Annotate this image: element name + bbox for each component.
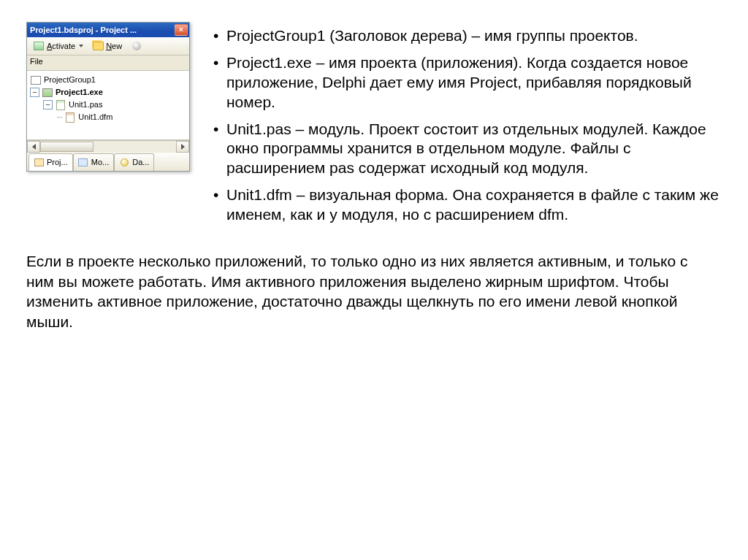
new-button[interactable]: New: [89, 39, 125, 53]
window-title: Project1.bdsproj - Project ...: [30, 26, 175, 34]
collapse-icon[interactable]: –: [30, 88, 39, 97]
triangle-right-icon: [181, 144, 185, 150]
disk-icon: [131, 40, 142, 52]
tree-row-dfm[interactable]: ···· Unit1.dfm: [30, 111, 188, 123]
pas-file-icon: [55, 99, 66, 111]
list-item: Unit1.pas – модуль. Проект состоит из от…: [226, 120, 722, 179]
bullet-list: ProjectGroup1 (Заголовок дерева) – имя г…: [212, 22, 722, 232]
exe-icon: [42, 87, 53, 99]
collapse-icon[interactable]: –: [43, 100, 53, 110]
project-manager-panel: Project1.bdsproj - Project ... × Activat…: [26, 22, 190, 172]
window-titlebar: Project1.bdsproj - Project ... ×: [27, 23, 189, 37]
bottom-tabstrip: Proj... Mo... Da...: [27, 153, 189, 171]
new-folder-icon: [92, 40, 104, 52]
file-column-label: File: [30, 57, 43, 66]
scroll-right-button[interactable]: [176, 141, 189, 153]
project-tree[interactable]: ProjectGroup1 – Project1.exe – Unit1.pas…: [27, 71, 189, 140]
tree-label: Unit1.dfm: [78, 111, 112, 123]
tab-model[interactable]: Mo...: [73, 153, 114, 171]
tree-connector: ····: [56, 111, 62, 123]
tab-label: Proj...: [47, 158, 68, 166]
scroll-thumb[interactable]: [40, 142, 94, 152]
tab-label: Da...: [132, 158, 149, 166]
tab-label: Mo...: [91, 158, 109, 166]
toolbar: Activate New: [27, 37, 189, 55]
column-header: File: [27, 55, 189, 71]
data-tab-icon: [118, 156, 130, 168]
activate-icon: [33, 40, 45, 52]
triangle-left-icon: [32, 144, 36, 150]
tab-project[interactable]: Proj...: [28, 153, 73, 171]
list-item: ProjectGroup1 (Заголовок дерева) – имя г…: [226, 26, 722, 46]
tree-row-exe[interactable]: – Project1.exe: [30, 86, 188, 99]
tree-row-pas[interactable]: – Unit1.pas: [30, 99, 188, 111]
activate-label: ctivate: [52, 42, 75, 50]
tree-label: Project1.exe: [56, 86, 103, 99]
list-item: Unit1.dfm – визуальная форма. Она сохран…: [226, 185, 722, 225]
scroll-track[interactable]: [40, 142, 176, 152]
horizontal-scrollbar[interactable]: [27, 140, 189, 153]
tree-label: ProjectGroup1: [44, 74, 96, 86]
new-label: ew: [112, 42, 122, 50]
tree-label: Unit1.pas: [69, 99, 102, 111]
tree-row-group[interactable]: ProjectGroup1: [30, 74, 188, 86]
list-item: Project1.exe – имя проекта (приложения).…: [226, 53, 722, 112]
dfm-file-icon: [64, 112, 76, 123]
project-tab-icon: [33, 156, 45, 168]
extra-toolbar-button[interactable]: [128, 39, 145, 53]
close-button[interactable]: ×: [175, 24, 188, 36]
project-group-icon: [30, 74, 42, 86]
activate-button[interactable]: Activate: [30, 39, 86, 53]
tab-data[interactable]: Da...: [114, 153, 154, 171]
model-tab-icon: [77, 156, 89, 168]
scroll-left-button[interactable]: [27, 141, 40, 153]
paragraph: Если в проекте несколько приложений, то …: [26, 251, 706, 332]
chevron-down-icon: [79, 45, 83, 47]
